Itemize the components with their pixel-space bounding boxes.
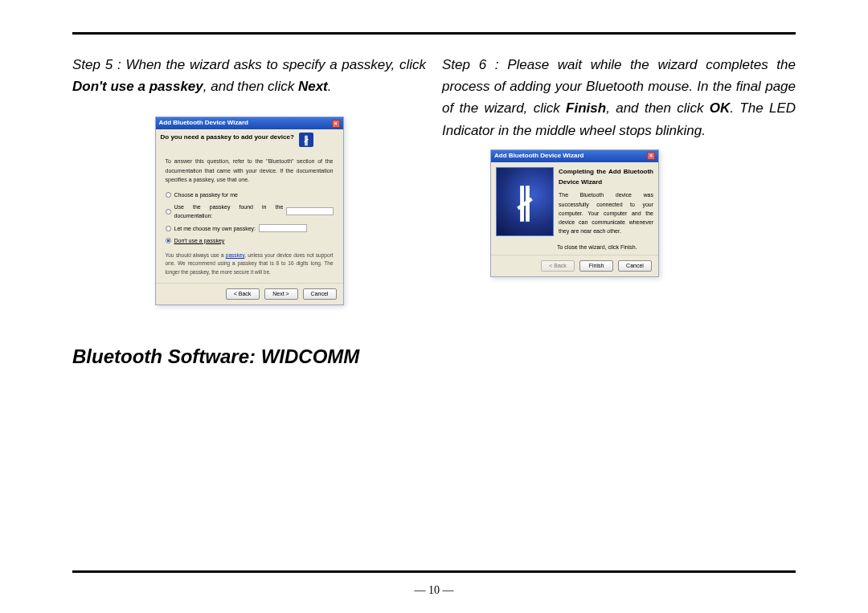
step5-mid: , and then click: [203, 79, 298, 94]
cancel-button[interactable]: Cancel: [618, 260, 652, 272]
passkey-opt1-label: Choose a passkey for me: [174, 190, 238, 199]
finish-dialog-foot: To close the wizard, click Finish.: [491, 241, 658, 255]
finish-dialog-text: Completing the Add Bluetooth Device Wiza…: [559, 167, 653, 236]
bottom-rule: [72, 570, 796, 573]
step5-bold2: Next: [298, 79, 328, 94]
passkey-dialog-heading: Do you need a passkey to add your device…: [161, 133, 294, 143]
passkey-opt2-input[interactable]: [286, 207, 333, 215]
right-column: Step 6 : Please wait while the wizard co…: [442, 54, 796, 313]
radio-icon: [166, 209, 171, 215]
next-button[interactable]: Next >: [264, 288, 298, 300]
passkey-dialog-title: Add Bluetooth Device Wizard: [159, 118, 249, 129]
step5-bold1: Don't use a passkey: [72, 79, 203, 94]
step5-suffix: .: [328, 79, 332, 94]
bluetooth-large-icon: ∦: [516, 184, 534, 219]
passkey-opt4[interactable]: Don't use a passkey: [162, 235, 337, 247]
finish-dialog-title: Add Bluetooth Device Wizard: [494, 151, 584, 161]
step5-prefix: Step 5 : When the wizard asks to specify…: [72, 57, 426, 72]
left-column: Step 5 : When the wizard asks to specify…: [72, 54, 426, 313]
back-button: < Back: [541, 260, 575, 272]
radio-selected-icon: [166, 238, 171, 243]
back-button[interactable]: < Back: [226, 288, 260, 300]
finish-dialog-heading: Completing the Add Bluetooth Device Wiza…: [559, 167, 653, 188]
passkey-opt3-label: Let me choose my own passkey:: [174, 224, 256, 233]
passkey-opt1[interactable]: Choose a passkey for me: [162, 189, 337, 201]
radio-icon: [166, 226, 171, 231]
radio-icon: [166, 192, 171, 198]
passkey-dialog-buttons: < Back Next > Cancel: [156, 283, 343, 304]
bluetooth-panel: ∦: [496, 167, 554, 236]
passkey-dialog-desc: To answer this question, refer to the "B…: [162, 155, 337, 189]
bluetooth-icon: ∦: [299, 133, 313, 147]
finish-dialog-body: ∦ Completing the Add Bluetooth Device Wi…: [491, 162, 658, 241]
top-rule: [72, 32, 796, 35]
passkey-dialog: Add Bluetooth Device Wizard × Do you nee…: [155, 116, 344, 305]
passkey-dialog-heading-row: Do you need a passkey to add your device…: [156, 129, 343, 150]
step5-text: Step 5 : When the wizard asks to specify…: [72, 54, 426, 97]
step6-mid: , and then click: [606, 100, 710, 116]
finish-dialog-body-text: The Bluetooth device was successfully co…: [559, 190, 653, 235]
passkey-opt2[interactable]: Use the passkey found in the documentati…: [162, 201, 337, 222]
close-icon[interactable]: ×: [332, 120, 340, 128]
step6-text: Step 6 : Please wait while the wizard co…: [442, 54, 796, 141]
section-heading: Bluetooth Software: WIDCOMM: [72, 345, 796, 368]
cancel-button[interactable]: Cancel: [303, 288, 337, 300]
passkey-opt2-label: Use the passkey found in the documentati…: [174, 202, 284, 220]
finish-dialog-titlebar: Add Bluetooth Device Wizard ×: [491, 150, 658, 162]
passkey-opt4-label: Don't use a passkey: [174, 236, 225, 245]
content-columns: Step 5 : When the wizard asks to specify…: [72, 54, 796, 313]
step6-bold2: OK: [710, 100, 731, 116]
step6-bold1: Finish: [566, 100, 606, 116]
finish-button[interactable]: Finish: [579, 260, 613, 272]
passkey-link[interactable]: passkey: [226, 252, 244, 258]
finish-dialog: Add Bluetooth Device Wizard × ∦ Completi…: [490, 149, 659, 277]
page-number: — 10 —: [0, 584, 868, 597]
note-pre: You should always use a: [166, 252, 226, 258]
close-icon[interactable]: ×: [647, 152, 655, 160]
passkey-opt3[interactable]: Let me choose my own passkey:: [162, 223, 337, 235]
passkey-dialog-note: You should always use a passkey, unless …: [162, 247, 337, 278]
passkey-dialog-body: To answer this question, refer to the "B…: [156, 150, 343, 283]
bluetooth-glyph: ∦: [304, 133, 309, 148]
passkey-dialog-titlebar: Add Bluetooth Device Wizard ×: [156, 117, 343, 129]
passkey-opt3-input[interactable]: [259, 224, 307, 232]
finish-dialog-buttons: < Back Finish Cancel: [491, 255, 658, 276]
